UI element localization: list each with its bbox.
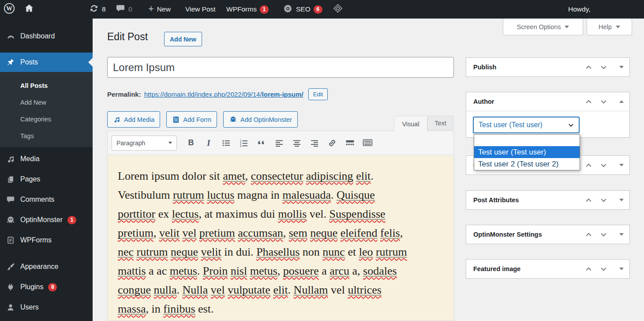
post-attributes-panel-header[interactable]: Post Attributes	[466, 191, 629, 209]
align-right-button[interactable]	[306, 135, 323, 151]
misspelled-word: Nulla	[183, 283, 208, 296]
align-center-button[interactable]	[288, 135, 306, 151]
sidebar-item-optinmonster[interactable]: OptinMonster 1	[0, 210, 93, 230]
add-optinmonster-label: Add OptinMonster	[240, 116, 292, 123]
new-content-menu[interactable]: + New	[148, 0, 171, 19]
add-optinmonster-button[interactable]: Add OptinMonster	[223, 111, 298, 128]
move-up-icon[interactable]	[584, 230, 593, 239]
misspelled-word: sem	[289, 227, 307, 239]
author-option[interactable]: Test user 2 (Test user 2)	[474, 158, 580, 170]
author-panel-body: Test user (Test user)	[466, 111, 629, 137]
submenu-categories[interactable]: Categories	[20, 114, 51, 124]
move-up-icon[interactable]	[584, 265, 593, 273]
move-down-icon[interactable]	[599, 98, 608, 106]
toggle-panel-icon[interactable]	[619, 100, 624, 103]
permalink-link[interactable]: https://domain.tld/index.php/2022/09/14/…	[144, 91, 303, 98]
seo-badge: 6	[314, 5, 322, 14]
sidebar-item-posts[interactable]: Posts	[0, 53, 93, 72]
author-panel-header[interactable]: Author	[466, 92, 629, 111]
misspelled-word: nisl	[231, 264, 247, 277]
toggle-panel-icon[interactable]	[619, 233, 624, 236]
sidebar-label: Users	[20, 303, 39, 311]
paragraph-format-select[interactable]: Paragraph	[112, 136, 177, 151]
editor-content-area[interactable]: Lorem ipsum dolor sit amet, consectetur …	[108, 155, 453, 321]
updates-menu[interactable]: 8	[89, 0, 106, 19]
tab-text[interactable]: Text	[427, 116, 453, 130]
wpforms-badge: 1	[260, 5, 269, 14]
author-select-dropdown: Test user (Test user) Test user 2 (Test …	[474, 134, 580, 170]
sidebar-item-comments[interactable]: Comments	[0, 190, 93, 209]
edit-permalink-button[interactable]: Edit	[308, 88, 328, 100]
sidebar-item-appearance[interactable]: Appearance	[0, 257, 93, 276]
misspelled-word: pretium	[199, 227, 235, 239]
site-home-menu[interactable]	[24, 0, 34, 19]
move-down-icon[interactable]	[599, 265, 608, 273]
panel-title: Featured image	[473, 265, 520, 272]
active-item-notch	[88, 58, 93, 67]
panel-title: Publish	[473, 64, 496, 71]
misspelled-word: malesuada	[282, 189, 331, 201]
sidebar-label: WPForms	[20, 236, 52, 244]
toolbar-toggle-keyboard-button[interactable]	[359, 135, 376, 151]
view-post-menu[interactable]: View Post	[185, 0, 216, 19]
italic-button[interactable]: I	[200, 135, 217, 151]
diamond-icon	[333, 3, 343, 15]
submenu-all-posts[interactable]: All Posts	[20, 81, 48, 91]
seo-menu[interactable]: SEO 6	[283, 0, 322, 19]
help-tab[interactable]: Help	[587, 19, 632, 35]
toggle-panel-icon[interactable]	[619, 199, 624, 201]
move-up-icon[interactable]	[584, 63, 593, 72]
move-down-icon[interactable]	[599, 230, 608, 239]
add-new-post-button[interactable]: Add New	[164, 32, 202, 46]
move-down-icon[interactable]	[599, 161, 608, 170]
sidebar-item-dashboard[interactable]: Dashboard	[0, 26, 93, 46]
move-down-icon[interactable]	[599, 196, 608, 204]
sidebar-label: Pages	[20, 175, 40, 183]
insert-link-button[interactable]	[323, 135, 341, 151]
comments-menu[interactable]: 0	[116, 0, 132, 19]
sidebar-item-users[interactable]: Users	[0, 298, 93, 317]
toggle-panel-icon[interactable]	[619, 268, 624, 270]
sidebar-item-pages[interactable]: Pages	[0, 170, 93, 189]
bullet-list-button[interactable]	[217, 135, 235, 151]
read-more-tag-button[interactable]	[341, 135, 359, 151]
screen-options-tab[interactable]: Screen Options	[503, 19, 583, 35]
featured-image-panel-header[interactable]: Featured image	[466, 260, 629, 278]
author-select[interactable]: Test user (Test user)	[473, 117, 580, 133]
blockquote-button[interactable]	[253, 135, 270, 151]
move-up-icon[interactable]	[584, 196, 593, 204]
add-media-button[interactable]: Add Media	[107, 111, 160, 128]
publish-panel-header[interactable]: Publish	[466, 58, 629, 76]
wpforms-menu[interactable]: WPForms 1	[226, 0, 269, 19]
sidebar-item-media[interactable]: Media	[0, 149, 93, 169]
add-form-button[interactable]: Add Form	[166, 111, 217, 128]
optinmonster-badge: 1	[67, 216, 76, 224]
move-up-icon[interactable]	[584, 98, 593, 106]
plus-icon: +	[148, 3, 154, 15]
optinmonster-settings-panel-header[interactable]: OptinMonster Settings	[466, 225, 629, 244]
author-option-selected[interactable]: Test user (Test user)	[474, 146, 580, 158]
misspelled-word: accumsan	[238, 227, 283, 239]
tab-visual[interactable]: Visual	[394, 116, 427, 132]
misspelled-word: ultrices	[348, 283, 382, 296]
align-left-button[interactable]	[270, 135, 288, 151]
wordpress-logo-menu[interactable]: W	[4, 0, 15, 19]
wordpress-edit-post-page: W 8 0 + New View Post WPForm	[0, 0, 644, 321]
submenu-tags[interactable]: Tags	[20, 131, 34, 141]
sidebar-item-plugins[interactable]: Plugins 8	[0, 277, 93, 297]
submenu-add-new[interactable]: Add New	[20, 98, 46, 107]
post-title-input[interactable]	[107, 57, 454, 78]
move-down-icon[interactable]	[599, 63, 608, 72]
plugin-diamond-menu[interactable]	[333, 0, 343, 19]
publish-panel: Publish	[466, 57, 630, 77]
author-option-empty[interactable]	[474, 135, 580, 146]
sidebar-item-wpforms[interactable]: WPForms	[0, 230, 93, 250]
numbered-list-button[interactable]: 123	[235, 135, 253, 151]
howdy-account-menu[interactable]: Howdy,	[568, 0, 591, 19]
bold-button[interactable]: B	[182, 135, 200, 151]
toggle-panel-icon[interactable]	[619, 164, 624, 166]
misspelled-word: metus	[170, 264, 197, 277]
featured-image-panel: Featured image	[466, 259, 630, 279]
move-up-icon[interactable]	[584, 161, 593, 170]
toggle-panel-icon[interactable]	[619, 66, 624, 68]
